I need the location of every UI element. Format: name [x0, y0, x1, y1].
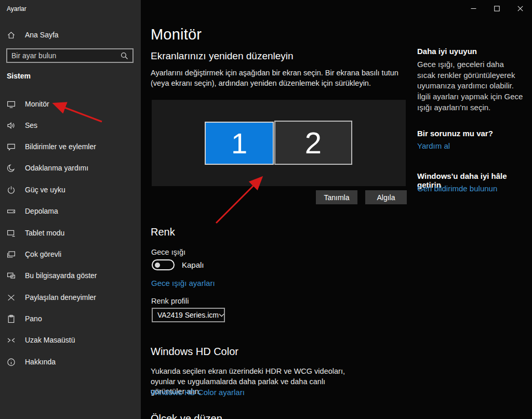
- page-title: Monitör: [151, 26, 202, 43]
- sidebar-item-shared-experiences[interactable]: Paylaşılan deneyimler: [0, 290, 141, 305]
- multitask-icon: [7, 250, 16, 259]
- night-light-state: Kapalı: [182, 260, 204, 269]
- close-button[interactable]: [509, 0, 532, 17]
- sidebar-section-system: Sistem: [7, 72, 31, 80]
- sidebar-item-label: Ses: [25, 121, 37, 129]
- sidebar-item-focus-assist[interactable]: Odaklanma yardımı: [0, 160, 141, 176]
- sidebar-item-remote-desktop[interactable]: Uzak Masaüstü: [0, 332, 141, 348]
- sidebar-item-clipboard[interactable]: Pano: [0, 311, 141, 326]
- settings-window: Ayarlar Ana Sayfa Sistem Monitör Ses: [0, 0, 532, 419]
- night-light-label: Gece ışığı: [151, 247, 185, 258]
- sidebar-item-storage[interactable]: Depolama: [0, 203, 141, 219]
- color-section-heading: Renk: [151, 226, 175, 238]
- night-light-toggle[interactable]: [152, 259, 175, 270]
- sidebar-item-label: Pano: [25, 315, 42, 323]
- sidebar-item-home[interactable]: Ana Sayfa: [0, 27, 141, 43]
- detect-button[interactable]: Algıla: [365, 190, 407, 204]
- sidebar-item-projecting[interactable]: Bu bilgisayarda göster: [0, 268, 141, 283]
- sidebar-item-label: Depolama: [25, 207, 58, 215]
- window-title: Ayarlar: [7, 5, 26, 12]
- rearrange-description: Ayarlarını değiştirmek için aşağıdan bir…: [151, 68, 409, 88]
- sidebar-item-label: Bu bilgisayarda göster: [25, 271, 97, 280]
- sidebar-item-power-sleep[interactable]: Güç ve uyku: [0, 182, 141, 198]
- chat-bubble-icon: [7, 142, 16, 151]
- identify-button[interactable]: Tanımla: [316, 190, 357, 204]
- have-question-heading: Bir sorunuz mu var?: [417, 129, 493, 138]
- night-light-settings-link[interactable]: Gece ışığı ayarları: [151, 279, 215, 287]
- project-screen-icon: [7, 271, 16, 280]
- sidebar-item-about[interactable]: Hakkında: [0, 354, 141, 370]
- scale-layout-heading-clipped: Ölçek ve düzen: [151, 413, 222, 419]
- give-feedback-link[interactable]: Geri bildirimde bulunun: [417, 184, 497, 193]
- moon-icon: [7, 164, 16, 173]
- sidebar-item-label: Odaklanma yardımı: [25, 164, 88, 172]
- maximize-button[interactable]: [485, 0, 509, 17]
- sleep-better-heading: Daha iyi uyuyun: [417, 47, 477, 56]
- sidebar: Ayarlar Ana Sayfa Sistem Monitör Ses: [0, 0, 141, 419]
- home-icon: [7, 31, 16, 40]
- rearrange-heading: Ekranlarınızı yeniden düzenleyin: [151, 50, 294, 62]
- sidebar-item-label: Ana Sayfa: [25, 31, 59, 39]
- display-arrangement-panel: 1 2: [152, 100, 406, 186]
- search-icon[interactable]: [121, 52, 128, 60]
- speaker-icon: [7, 121, 16, 130]
- remote-desktop-icon: [7, 336, 16, 345]
- sidebar-item-label: Paylaşılan deneyimler: [25, 293, 96, 302]
- power-icon: [7, 186, 16, 194]
- monitor-2[interactable]: 2: [274, 121, 352, 165]
- monitor-1[interactable]: 1: [205, 122, 274, 165]
- tablet-icon: [7, 229, 16, 238]
- search-box: [6, 48, 134, 63]
- hd-color-settings-link[interactable]: Windows HD Color ayarları: [151, 388, 245, 397]
- sidebar-item-label: Uzak Masaüstü: [25, 336, 75, 344]
- sidebar-item-sound[interactable]: Ses: [0, 117, 141, 133]
- shared-experiences-icon: [7, 293, 16, 302]
- chevron-down-icon: [219, 313, 224, 317]
- sidebar-item-label: Çok görevli: [25, 250, 61, 258]
- color-profile-dropdown[interactable]: VA2419 Series.icm: [152, 308, 225, 322]
- sidebar-item-label: Güç ve uyku: [25, 186, 65, 194]
- window-controls: [462, 0, 532, 17]
- color-profile-value: VA2419 Series.icm: [153, 311, 219, 319]
- search-input[interactable]: [7, 51, 121, 60]
- sidebar-item-notifications[interactable]: Bildirimler ve eylemler: [0, 139, 141, 154]
- minimize-button[interactable]: [462, 0, 485, 17]
- sleep-better-text: Gece ışığı, geceleri daha sıcak renkler …: [417, 59, 523, 113]
- sidebar-item-tablet-mode[interactable]: Tablet modu: [0, 225, 141, 241]
- sidebar-item-label: Bildirimler ve eylemler: [25, 142, 96, 151]
- hard-drive-icon: [7, 207, 16, 216]
- hd-color-heading: Windows HD Color: [151, 346, 238, 358]
- color-profile-label: Renk profili: [151, 296, 189, 307]
- monitor-icon: [7, 100, 16, 109]
- get-help-link[interactable]: Yardım al: [417, 141, 450, 150]
- sidebar-item-display[interactable]: Monitör: [0, 96, 141, 112]
- sidebar-item-label: Monitör: [25, 100, 49, 108]
- clipboard-icon: [7, 315, 16, 323]
- toggle-knob: [155, 263, 160, 268]
- sidebar-item-multitasking[interactable]: Çok görevli: [0, 246, 141, 262]
- sidebar-item-label: Hakkında: [25, 358, 56, 366]
- sidebar-item-label: Tablet modu: [25, 229, 64, 237]
- info-icon: [7, 358, 16, 366]
